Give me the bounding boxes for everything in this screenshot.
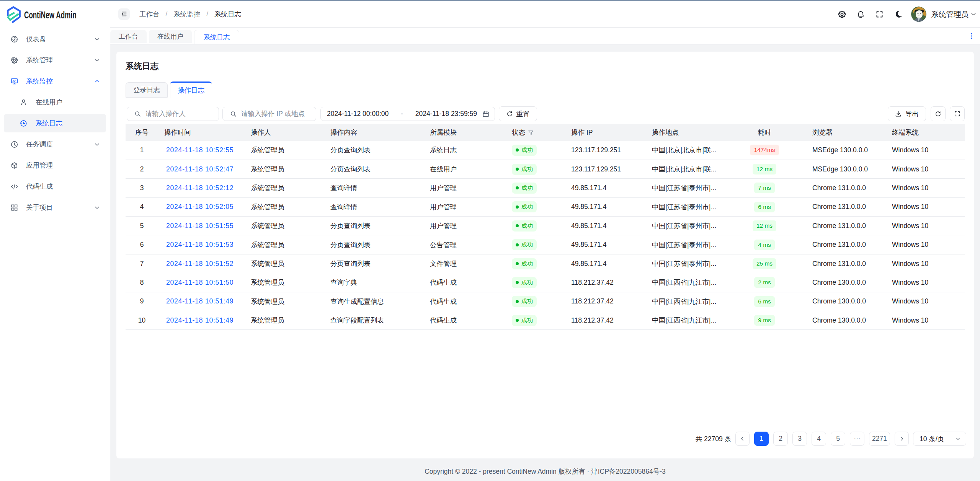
- cell-module: 代码生成: [424, 292, 506, 311]
- sidebar-item-应用管理[interactable]: 应用管理: [4, 156, 106, 174]
- duration-badge: 6 ms: [754, 296, 775, 307]
- sidebar-collapse-button[interactable]: [118, 8, 130, 20]
- cell-content: 分页查询列表: [324, 235, 424, 254]
- pagination-next-button[interactable]: [895, 432, 909, 446]
- time-link[interactable]: 2024-11-18 10:51:49: [166, 316, 234, 324]
- pagination: 共 22709 条 12345···2271 10 条/页: [696, 432, 966, 446]
- dark-mode-button[interactable]: [892, 7, 906, 21]
- sidebar-item-label: 关于项目: [26, 203, 53, 212]
- pagination-prev-button[interactable]: [735, 432, 750, 446]
- export-button[interactable]: 导出: [888, 106, 926, 121]
- operator-search-input[interactable]: [145, 110, 214, 118]
- log-table: 序号操作时间操作人操作内容所属模块状态操作 IP操作地点耗时浏览器终端系统 12…: [126, 124, 965, 330]
- avatar[interactable]: [911, 7, 926, 22]
- cell-time: 2024-11-18 10:51:55: [158, 217, 245, 235]
- duration-badge: 25 ms: [753, 258, 776, 269]
- pagination-page-1[interactable]: 1: [754, 432, 769, 446]
- tabs-more-button[interactable]: [966, 31, 977, 41]
- cell-status: 成功: [506, 197, 565, 216]
- breadcrumb-item[interactable]: 系统监控: [173, 10, 200, 19]
- refresh-icon: [506, 111, 513, 117]
- page-size-select[interactable]: 10 条/页: [913, 432, 966, 446]
- sidebar-item-label: 在线用户: [36, 98, 62, 107]
- cell-time: 2024-11-18 10:51:52: [158, 254, 245, 273]
- user-name[interactable]: 系统管理员: [931, 9, 969, 20]
- sidebar-item-系统监控[interactable]: 系统监控: [4, 72, 106, 90]
- cell-location: 中国|江西省|九江市|...: [646, 273, 723, 292]
- user-chevron-down-icon[interactable]: [970, 11, 977, 17]
- time-link[interactable]: 2024-11-18 10:51:52: [166, 260, 234, 267]
- pagination-page-4[interactable]: 4: [812, 432, 826, 446]
- moon-icon: [895, 10, 903, 18]
- cell-ip: 49.85.171.4: [565, 254, 646, 273]
- menu-fold-icon: [121, 11, 127, 17]
- operator-search-field[interactable]: [127, 107, 219, 121]
- fullscreen-icon: [875, 10, 884, 18]
- cell-duration: 12 ms: [723, 217, 806, 235]
- settings-button[interactable]: [835, 7, 849, 21]
- time-link[interactable]: 2024-11-18 10:51:53: [166, 241, 234, 248]
- time-link[interactable]: 2024-11-18 10:52:12: [166, 184, 234, 192]
- sidebar-item-关于项目[interactable]: 关于项目: [4, 198, 106, 217]
- table-row: 92024-11-18 10:51:49系统管理员查询生成配置信息代码生成成功1…: [126, 292, 965, 311]
- nav-tab-系统日志[interactable]: 系统日志: [194, 30, 239, 44]
- time-link[interactable]: 2024-11-18 10:51:49: [166, 297, 234, 305]
- search-icon: [230, 111, 237, 117]
- log-tab-登录日志[interactable]: 登录日志: [126, 82, 168, 98]
- time-link[interactable]: 2024-11-18 10:51:55: [166, 222, 234, 230]
- pagination-ellipsis[interactable]: ···: [850, 432, 864, 446]
- status-badge: 成功: [512, 201, 537, 212]
- cell-ip: 49.85.171.4: [565, 235, 646, 254]
- date-range-picker[interactable]: 2024-11-12 00:00:00 - 2024-11-18 23:59:5…: [320, 107, 495, 121]
- chevron-down-icon: [955, 436, 961, 442]
- cell-location: 中国|江苏省|泰州市|...: [646, 254, 723, 273]
- sidebar-item-仪表盘[interactable]: 仪表盘: [4, 30, 106, 48]
- logo[interactable]: ContiNew Admin: [0, 1, 110, 24]
- log-tab-操作日志[interactable]: 操作日志: [170, 82, 212, 98]
- table-fullscreen-button[interactable]: [950, 106, 965, 121]
- date-start-value[interactable]: 2024-11-12 00:00:00: [327, 110, 389, 118]
- cell-status: 成功: [506, 235, 565, 254]
- cell-index: 3: [126, 179, 158, 197]
- table-row: 12024-11-18 10:52:55系统管理员分页查询列表系统日志成功123…: [126, 141, 965, 160]
- sidebar-item-系统日志[interactable]: 系统日志: [4, 114, 106, 132]
- time-link[interactable]: 2024-11-18 10:52:05: [166, 203, 234, 210]
- pagination-page-2271[interactable]: 2271: [869, 432, 890, 446]
- reset-button[interactable]: 重置: [499, 106, 537, 121]
- fullscreen-button[interactable]: [872, 7, 887, 21]
- page-content: 系统日志 登录日志操作日志 2024-11-12 00:00:00 - 20: [110, 44, 980, 481]
- cell-location: 中国|江西省|九江市|...: [646, 292, 723, 311]
- sidebar-item-任务调度[interactable]: 任务调度: [4, 135, 106, 153]
- cell-browser: Chrome 131.0.0.0: [806, 235, 886, 254]
- sidebar-item-系统管理[interactable]: 系统管理: [4, 51, 106, 69]
- cell-module: 代码生成: [424, 311, 506, 330]
- table-row: 52024-11-18 10:51:55系统管理员分页查询列表用户管理成功49.…: [126, 217, 965, 235]
- calendar-icon: [482, 111, 489, 117]
- pagination-page-3[interactable]: 3: [792, 432, 807, 446]
- cell-os: Windows 10: [886, 273, 965, 292]
- cell-location: 中国|江苏省|泰州市|...: [646, 235, 723, 254]
- ip-search-input[interactable]: [241, 110, 311, 118]
- time-link[interactable]: 2024-11-18 10:52:47: [166, 165, 234, 173]
- sidebar-menu: 仪表盘系统管理系统监控在线用户系统日志任务调度应用管理代码生成关于项目: [0, 24, 110, 217]
- ip-search-field[interactable]: [222, 107, 316, 121]
- breadcrumb-item[interactable]: 工作台: [139, 10, 160, 19]
- grid-icon: [11, 204, 18, 211]
- table-refresh-button[interactable]: [931, 106, 946, 121]
- sidebar-item-label: 系统监控: [26, 77, 53, 86]
- pagination-page-2[interactable]: 2: [773, 432, 788, 446]
- status-dot-icon: [516, 262, 519, 265]
- time-link[interactable]: 2024-11-18 10:51:50: [166, 279, 234, 286]
- time-link[interactable]: 2024-11-18 10:52:55: [166, 146, 234, 154]
- cell-ip: 118.212.37.42: [565, 292, 646, 311]
- notifications-button[interactable]: [854, 7, 868, 21]
- date-end-value[interactable]: 2024-11-18 23:59:59: [415, 110, 477, 118]
- nav-tab-工作台[interactable]: 工作台: [110, 30, 147, 43]
- sidebar-item-代码生成[interactable]: 代码生成: [4, 177, 106, 196]
- filter-icon[interactable]: [528, 130, 534, 135]
- duration-badge: 12 ms: [753, 220, 776, 231]
- pagination-page-5[interactable]: 5: [831, 432, 845, 446]
- sidebar-item-在线用户[interactable]: 在线用户: [4, 93, 106, 111]
- cell-time: 2024-11-18 10:52:05: [158, 197, 245, 216]
- nav-tab-在线用户[interactable]: 在线用户: [149, 30, 192, 43]
